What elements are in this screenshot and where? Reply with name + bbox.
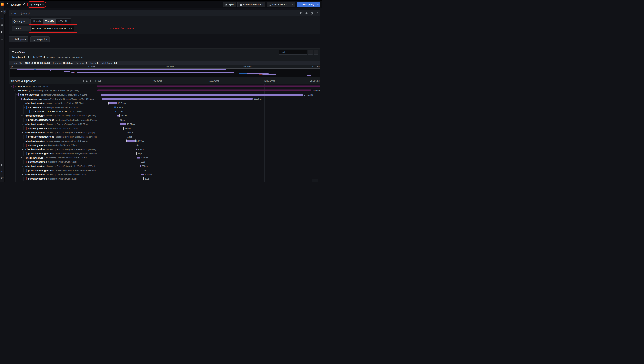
span-collapse-chevron-icon[interactable]	[21, 140, 23, 141]
span-row[interactable]: checkoutservicehipstershop.ProductCatalo…	[9, 114, 320, 118]
span-duration-bar[interactable]	[120, 123, 126, 125]
span-row[interactable]: checkoutservicehipstershop.ProductCatalo…	[9, 130, 320, 134]
span-name-cell[interactable]: checkoutservicehipstershop.CartService/G…	[9, 101, 97, 105]
span-duration-bar[interactable]	[101, 94, 303, 96]
span-name-cell[interactable]: checkoutservicehipstershop.ProductCatalo…	[9, 164, 97, 168]
span-row[interactable]: checkoutservicehipstershop.CurrencyServi…	[9, 156, 320, 160]
query-type-option-traceid[interactable]: TraceID	[43, 19, 56, 24]
query-type-option-json-file[interactable]: JSON file	[56, 19, 71, 24]
span-collapse-chevron-icon[interactable]	[21, 182, 23, 182]
grafana-logo-icon[interactable]	[1, 3, 4, 6]
add-to-dashboard-button[interactable]: Add to dashboard	[237, 2, 265, 7]
span-duration-bar[interactable]	[97, 86, 320, 87]
dashboards-icon[interactable]	[1, 24, 4, 26]
span-collapse-chevron-icon[interactable]	[21, 123, 23, 124]
disable-query-eye-icon[interactable]	[305, 12, 308, 14]
span-collapse-chevron-icon[interactable]	[19, 98, 20, 99]
column-resize-handle[interactable]: ‖	[95, 80, 96, 82]
span-name-cell[interactable]: checkoutservicehipstershop.CurrencyServi…	[9, 156, 97, 160]
span-name-cell[interactable]: cartservicehipstershop.CartService/GetCa…	[9, 105, 97, 109]
span-row[interactable]: checkoutservicehipstershop.ShippingServi…	[9, 181, 320, 182]
run-query-button[interactable]: Run query	[297, 2, 320, 7]
span-duration-bar[interactable]	[137, 157, 140, 159]
drag-handle-icon[interactable]	[316, 12, 318, 14]
span-name-cell[interactable]: cartservice→redis-cart:6379HGET (1.13ms)	[9, 110, 97, 114]
span-row[interactable]: checkoutservicehipstershop.CurrencyServi…	[9, 139, 320, 143]
span-row[interactable]: productcatalogservicehipstershop.Product…	[9, 168, 320, 172]
span-row[interactable]: cartservicehipstershop.CartService/GetCa…	[9, 105, 320, 109]
span-name-cell[interactable]: productcatalogservicehipstershop.Product…	[9, 152, 97, 156]
collapse-one-icon[interactable]	[79, 80, 81, 82]
span-row[interactable]: checkoutservicehipstershop.ProductCatalo…	[9, 147, 320, 151]
span-duration-bar[interactable]	[141, 174, 144, 176]
find-next-button[interactable]: ↓	[308, 50, 313, 55]
span-name-cell[interactable]: checkoutservicehipstershop.CurrencyServi…	[9, 139, 97, 143]
alerting-bell-icon[interactable]	[1, 38, 4, 40]
span-name-cell[interactable]: checkoutservicehipstershop.ShippingServi…	[9, 181, 97, 182]
span-collapse-chevron-icon[interactable]	[21, 165, 23, 166]
span-name-cell[interactable]: checkoutservicehipstershop.ProductCatalo…	[9, 147, 97, 151]
settings-gear-icon[interactable]: ⚙	[1, 170, 4, 173]
span-name-cell[interactable]: checkoutservicehipstershop.CurrencyServi…	[9, 122, 97, 126]
span-collapse-chevron-icon[interactable]	[14, 90, 15, 91]
add-query-button[interactable]: + Add query	[9, 36, 29, 42]
span-duration-bar[interactable]	[127, 140, 135, 142]
split-button[interactable]: Split	[223, 2, 236, 7]
span-row[interactable]: cartservice→redis-cart:6379HGET (1.13ms)…	[9, 110, 320, 114]
sign-in-icon[interactable]	[1, 164, 4, 166]
span-collapse-chevron-icon[interactable]	[21, 157, 23, 158]
span-name-cell[interactable]: checkoutserviceprepareOrderItemsAndShipp…	[9, 97, 97, 101]
delete-query-trash-icon[interactable]	[311, 12, 313, 14]
expand-all-icon[interactable]	[90, 80, 92, 82]
span-duration-bar[interactable]	[114, 106, 116, 108]
span-row[interactable]: checkoutservicehipstershop.CartService/G…	[9, 101, 320, 105]
span-name-cell[interactable]: productcatalogservicehipstershop.Product…	[9, 135, 97, 139]
trace-id-input[interactable]	[30, 26, 74, 31]
span-duration-bar[interactable]	[108, 102, 117, 104]
span-row[interactable]: currencyserviceCurrencyService/Convert (…	[9, 177, 320, 181]
collapse-chevron-icon[interactable]	[11, 12, 13, 14]
span-duration-bar[interactable]	[98, 90, 311, 92]
span-name-cell[interactable]: checkoutservicehipstershop.CheckoutServi…	[9, 93, 97, 97]
explore-compass-icon[interactable]	[1, 31, 4, 33]
share-icon[interactable]	[23, 3, 26, 6]
time-range-picker[interactable]: Last 1 hour	[267, 2, 289, 7]
span-name-cell[interactable]: frontendgrpc.hipstershop.CheckoutService…	[9, 88, 97, 92]
span-name-cell[interactable]: frontendHTTP POST (381.56ms)	[9, 84, 97, 88]
sidebar-expand-button[interactable]: ›	[3, 10, 7, 14]
span-collapse-chevron-icon[interactable]	[21, 174, 23, 175]
span-collapse-chevron-icon[interactable]	[16, 94, 18, 95]
span-collapse-chevron-icon[interactable]	[11, 85, 12, 87]
help-icon[interactable]: ?	[1, 176, 4, 179]
span-collapse-chevron-icon[interactable]	[21, 132, 23, 133]
zoom-out-time-button[interactable]	[289, 2, 295, 7]
span-row[interactable]: productcatalogservicehipstershop.Product…	[9, 118, 320, 122]
span-name-cell[interactable]: productcatalogservicehipstershop.Product…	[9, 168, 97, 172]
span-row[interactable]: productcatalogservicehipstershop.Product…	[9, 135, 320, 139]
span-name-cell[interactable]: checkoutservicehipstershop.ProductCatalo…	[9, 114, 97, 118]
span-collapse-chevron-icon[interactable]	[21, 115, 23, 116]
span-name-cell[interactable]: currencyserviceCurrencyService/Convert (…	[9, 177, 97, 181]
span-collapse-chevron-icon[interactable]	[21, 148, 23, 150]
span-row[interactable]: checkoutserviceprepareOrderItemsAndShipp…	[9, 97, 320, 101]
expand-one-icon[interactable]	[83, 80, 84, 82]
timeline-minimap[interactable]: 0μs95.39ms190.78ms286.17ms381.56ms	[9, 66, 320, 78]
query-row-header[interactable]: A (Jaeger)	[9, 10, 320, 16]
run-query-dropdown[interactable]	[316, 2, 320, 7]
span-row[interactable]: checkoutservicehipstershop.ProductCatalo…	[9, 164, 320, 168]
query-type-option-search[interactable]: Search	[31, 19, 43, 24]
collapse-all-icon[interactable]	[86, 80, 88, 82]
span-row[interactable]: currencyserviceCurrencyService/Convert (…	[9, 160, 320, 164]
span-row[interactable]: productcatalogservicehipstershop.Product…	[9, 152, 320, 156]
find-input[interactable]	[279, 50, 307, 55]
span-row[interactable]: checkoutservicehipstershop.CheckoutServi…	[9, 93, 320, 97]
span-name-cell[interactable]: currencyserviceCurrencyService/Convert (…	[9, 126, 97, 130]
span-row[interactable]: frontendgrpc.hipstershop.CheckoutService…	[9, 88, 320, 92]
find-prev-button[interactable]: ↑	[314, 50, 318, 55]
span-row[interactable]: currencyserviceCurrencyService/Convert (…	[9, 126, 320, 130]
span-duration-bar[interactable]	[117, 115, 119, 116]
span-row[interactable]: currencyserviceCurrencyService/Convert (…	[9, 143, 320, 147]
span-collapse-chevron-icon[interactable]	[21, 102, 23, 104]
span-name-cell[interactable]: currencyserviceCurrencyService/Convert (…	[9, 143, 97, 147]
span-duration-bar[interactable]	[102, 98, 253, 100]
